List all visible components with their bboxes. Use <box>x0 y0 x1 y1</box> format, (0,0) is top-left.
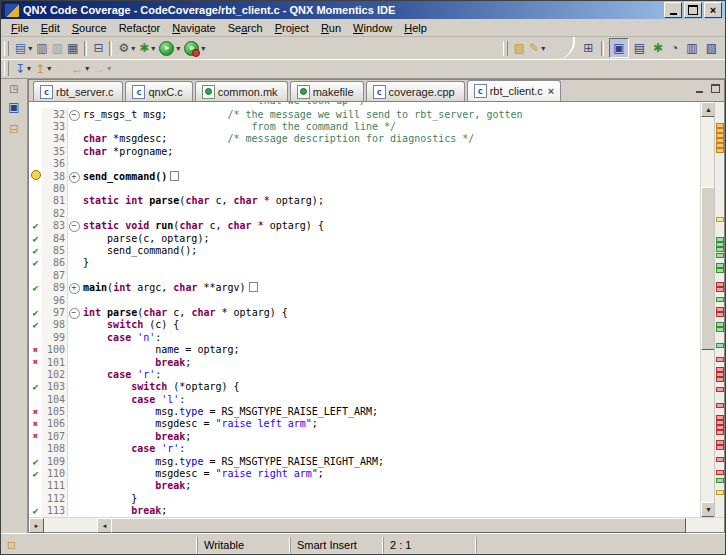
line-number[interactable]: 36 <box>42 158 68 170</box>
overview-mark-red[interactable] <box>716 445 724 450</box>
dropdown-arrow-icon[interactable]: ▾ <box>27 64 31 73</box>
code-coverage-perspective-button[interactable]: ▣ <box>609 38 628 58</box>
coverage-pass-icon[interactable]: ✔ <box>29 505 42 516</box>
code-line-85[interactable]: ✔85 send_command(); <box>29 244 700 256</box>
menu-project[interactable]: Project <box>269 21 315 35</box>
scroll-right-arrow-icon[interactable]: ▸ <box>29 518 44 533</box>
dropdown-arrow-icon[interactable]: ▾ <box>151 44 155 53</box>
line-number[interactable]: 83 <box>42 220 68 232</box>
code-line-101[interactable]: ✖101 break; <box>29 356 700 368</box>
cpp-perspective-button[interactable]: ▤ <box>631 39 648 57</box>
line-number[interactable]: 103 <box>42 381 68 393</box>
line-number[interactable]: 87 <box>42 269 68 281</box>
fold-collapse-icon[interactable]: − <box>68 219 80 232</box>
debug-perspective-button[interactable]: ✱ <box>650 39 666 57</box>
code-line-104[interactable]: 104 case 'l': <box>29 393 700 405</box>
line-number[interactable]: 101 <box>42 356 68 368</box>
code-line-86[interactable]: ✔86} <box>29 257 700 269</box>
overview-mark-red[interactable] <box>716 287 724 292</box>
overview-mark-red[interactable] <box>716 312 724 317</box>
code-line-105[interactable]: ✖105 msg.type = RS_MSGTYPE_RAISE_LEFT_AR… <box>29 405 700 417</box>
horizontal-scrollbar[interactable]: ◂ ▸ <box>29 517 724 532</box>
code-line-99[interactable]: 99 case 'n': <box>29 331 700 343</box>
code-line-33[interactable]: 33 from the command line */ <box>29 120 700 132</box>
code-line-103[interactable]: ✔103 switch (*optarg) { <box>29 381 700 393</box>
dropdown-arrow-icon[interactable]: ▾ <box>85 64 89 73</box>
code-line-83[interactable]: ✔83−static void run(char c, char * optar… <box>29 220 700 232</box>
vertical-scrollbar[interactable]: ▲ ▼ <box>700 102 714 517</box>
profile-button[interactable]: ▸▾ <box>182 39 207 57</box>
launch-config-view-button[interactable]: ⊟ <box>5 120 23 138</box>
maximize-editor-button[interactable] <box>709 83 721 94</box>
code-line-96[interactable]: 96 <box>29 294 700 306</box>
fold-collapse-icon[interactable]: − <box>68 306 80 319</box>
line-number[interactable]: 33 <box>42 120 68 132</box>
overview-mark-green[interactable] <box>716 297 724 302</box>
debug-button[interactable]: ⚙▾ <box>116 39 137 57</box>
line-number[interactable]: 113 <box>42 505 68 517</box>
fastview-restore-button[interactable]: ◳ <box>5 82 23 94</box>
coverage-pass-icon[interactable]: ✔ <box>29 307 42 318</box>
coverage-partial-icon[interactable] <box>29 170 42 182</box>
line-number[interactable]: 80 <box>42 182 68 194</box>
line-number[interactable]: 97 <box>42 306 68 318</box>
back-history-button[interactable]: ← <box>53 60 69 78</box>
code-line-80[interactable]: 80 <box>29 182 700 194</box>
menu-edit[interactable]: Edit <box>35 21 66 35</box>
overview-mark-red[interactable] <box>716 387 724 392</box>
system-profiler-perspective-button[interactable]: ◔ <box>668 39 681 57</box>
dropdown-arrow-icon[interactable]: ▾ <box>131 44 135 53</box>
overview-mark-green[interactable] <box>716 247 724 252</box>
tab-qnxC.c[interactable]: cqnxC.c <box>125 81 192 101</box>
line-number[interactable]: 35 <box>42 145 68 157</box>
code-line-102[interactable]: 102 case 'r': <box>29 368 700 380</box>
line-number[interactable]: 81 <box>42 195 68 207</box>
line-number[interactable]: 105 <box>42 405 68 417</box>
code-line-38[interactable]: 38+send_command() <box>29 170 700 182</box>
code-line-32[interactable]: 32−rs_msgs_t msg; /* the message we will… <box>29 108 700 120</box>
line-number[interactable]: 108 <box>42 443 68 455</box>
overview-mark-red[interactable] <box>716 430 724 435</box>
code-line-97[interactable]: ✔97−int parse(char c, char * optarg) { <box>29 306 700 318</box>
line-number[interactable]: 89 <box>42 281 68 293</box>
code-line-107[interactable]: ✖107 break; <box>29 430 700 442</box>
print-button[interactable]: ▦ <box>65 39 80 57</box>
overview-mark-green[interactable] <box>716 327 724 332</box>
fold-collapse-icon[interactable]: − <box>68 108 80 121</box>
close-button[interactable]: × <box>704 2 722 18</box>
build-button[interactable]: ⊟ <box>91 39 105 57</box>
save-as-button[interactable]: ▥ <box>50 39 65 57</box>
scroll-left-arrow-icon[interactable]: ◂ <box>97 518 112 533</box>
menu-refactor[interactable]: Refactor <box>113 21 167 35</box>
forward-button[interactable]: →▾ <box>91 60 113 78</box>
line-number[interactable]: 32 <box>42 108 68 120</box>
overview-mark-yellow[interactable] <box>716 217 724 222</box>
code-line-36[interactable]: 36 <box>29 158 700 170</box>
dropdown-arrow-icon[interactable]: ▾ <box>47 64 51 73</box>
overview-mark-green[interactable] <box>716 253 724 258</box>
line-number[interactable]: 102 <box>42 368 68 380</box>
overview-mark-red[interactable] <box>716 403 724 408</box>
line-number[interactable]: 104 <box>42 393 68 405</box>
tab-rbt_client.c[interactable]: crbt_client.c× <box>467 80 562 101</box>
overview-mark-red[interactable] <box>716 470 724 475</box>
coverage-pass-icon[interactable]: ✔ <box>29 257 42 268</box>
code-line-100[interactable]: ✖100 name = optarg; <box>29 343 700 355</box>
menu-window[interactable]: Window <box>347 21 398 35</box>
open-perspective-button[interactable]: ⊞ <box>580 39 596 57</box>
menu-navigate[interactable]: Navigate <box>166 21 221 35</box>
tab-makefile[interactable]: makefile <box>290 81 364 101</box>
coverage-sessions-view-button[interactable]: ▣ <box>5 98 23 116</box>
code-line-109[interactable]: ✔109 msg.type = RS_MSGTYPE_RAISE_RIGHT_A… <box>29 455 700 467</box>
coverage-fail-icon[interactable]: ✖ <box>29 407 42 417</box>
code-line-81[interactable]: 81static int parse(char c, char * optarg… <box>29 195 700 207</box>
line-number[interactable]: 34 <box>42 133 68 145</box>
coverage-pass-icon[interactable]: ✔ <box>29 381 42 392</box>
line-number[interactable]: 99 <box>42 331 68 343</box>
code-line-111[interactable]: 111 break; <box>29 480 700 492</box>
code-line-112[interactable]: 112 } <box>29 492 700 504</box>
line-number[interactable]: 86 <box>42 257 68 269</box>
code-line-110[interactable]: ✔110 msgdesc = "raise right arm"; <box>29 467 700 479</box>
coverage-pass-icon[interactable]: ✔ <box>29 282 42 293</box>
close-tab-icon[interactable]: × <box>548 85 554 97</box>
